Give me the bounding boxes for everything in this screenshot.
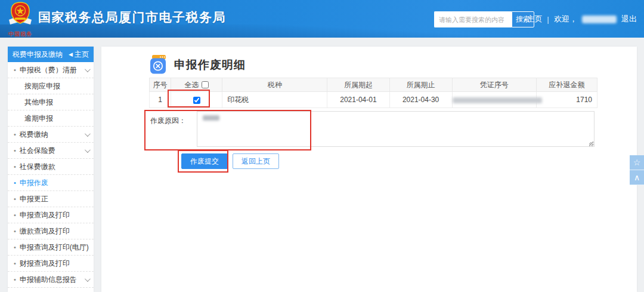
cancel-reason-row: 作废原因： (145, 111, 595, 148)
sidebar-title: 税费申报及缴纳 (13, 50, 63, 60)
col-voucher-no: 凭证序号 (452, 78, 536, 92)
sidebar-item-payment-query-print[interactable]: • 缴款查询及打印 (8, 223, 94, 239)
star-icon: ☆ (633, 158, 641, 167)
logout-link[interactable]: 退出 (621, 14, 637, 24)
home-link[interactable]: 主页 (527, 14, 543, 24)
site-title: 国家税务总局厦门市电子税务局 (38, 9, 226, 26)
floating-toolbar: ☆ ∧ (630, 155, 644, 185)
back-to-top-button[interactable]: ∧ (630, 170, 644, 185)
cell-period-end: 2021-04-30 (389, 92, 452, 108)
row-checkbox[interactable] (193, 97, 200, 104)
header-nav: 主页 | 欢迎， 退出 (527, 14, 637, 24)
cell-seq: 1 (150, 92, 171, 108)
chevron-up-icon: ∧ (634, 173, 640, 182)
sidebar-item-financial-report-query[interactable]: • 财报查询及打印 (8, 256, 94, 272)
bullet-icon: • (14, 276, 16, 283)
sidebar: 税费申报及缴纳 ◀ 主页 • 申报税（费）清册 按期应申报 其他申报 逾期申报 … (8, 47, 94, 292)
table-header-row: 序号 全选 税种 所属期起 所属期止 凭证序号 应补退金额 (150, 78, 597, 92)
tax-bureau-logo: 中国税务 (5, 2, 36, 38)
national-emblem-icon (7, 2, 34, 28)
bullet-icon: • (14, 196, 16, 202)
col-period-end: 所属期止 (389, 78, 452, 92)
header-search: 搜索 (434, 11, 534, 27)
cancel-reason-textarea[interactable] (197, 111, 595, 147)
logo-caption: 中国税务 (5, 30, 36, 38)
back-button[interactable]: 返回上页 (233, 153, 279, 169)
cell-tax-type: 印花税 (222, 92, 327, 108)
cancel-detail-table: 序号 全选 税种 所属期起 所属期止 凭证序号 应补退金额 1 印花税 20 (149, 78, 597, 108)
cancel-reason-label: 作废原因： (150, 116, 186, 126)
main-panel: 申报作废明细 序号 全选 税种 所属期起 所属期止 凭证序号 应补退金额 (101, 47, 637, 292)
chevron-down-icon (85, 131, 91, 137)
col-amount: 应补退金额 (536, 78, 597, 92)
cell-voucher-no (452, 92, 536, 108)
reason-text-redacted (203, 115, 219, 121)
sidebar-item-periodic-declare[interactable]: 按期应申报 (8, 78, 94, 94)
bullet-icon: • (14, 164, 16, 170)
username-redacted (582, 16, 617, 23)
welcome-label: 欢迎， (554, 14, 577, 24)
favorite-star-button[interactable]: ☆ (630, 155, 644, 170)
page-title-row: 申报作废明细 (150, 55, 246, 75)
chevron-down-icon (85, 147, 91, 153)
sidebar-item-social-payment[interactable]: • 社保费缴款 (8, 159, 94, 175)
sidebar-item-overdue-declare[interactable]: 逾期申报 (8, 110, 94, 127)
table-row: 1 印花税 2021-04-01 2021-04-30 1710 (150, 92, 597, 108)
search-input[interactable] (434, 11, 512, 27)
sidebar-header: 税费申报及缴纳 ◀ 主页 (8, 47, 94, 62)
sidebar-home-link[interactable]: ◀ 主页 (69, 50, 89, 60)
bullet-icon: • (14, 147, 16, 154)
bullet-icon: • (14, 131, 16, 138)
bullet-icon: • (14, 180, 16, 186)
voucher-redacted (453, 97, 542, 103)
bullet-icon: • (14, 260, 16, 267)
cancel-submit-button[interactable]: 作废提交 (181, 153, 228, 169)
back-arrow-icon: ◀ (69, 51, 73, 57)
select-all-checkbox[interactable] (202, 81, 209, 88)
sidebar-item-declare-list[interactable]: • 申报税（费）清册 (8, 62, 94, 78)
bullet-icon: • (14, 212, 16, 219)
bullet-icon: • (14, 244, 16, 251)
sidebar-item-other-declare[interactable]: 其他申报 (8, 94, 94, 110)
bullet-icon: • (14, 67, 16, 73)
page-title: 申报作废明细 (174, 57, 246, 73)
sidebar-item-social-insurance[interactable]: • 社会保险费 (8, 143, 94, 159)
cell-period-start: 2021-04-01 (327, 92, 389, 108)
sidebar-item-declare-correct[interactable]: • 申报更正 (8, 191, 94, 207)
sidebar-item-declare-cancel[interactable]: • 申报作废 (8, 175, 94, 191)
cell-select (171, 92, 222, 108)
sidebar-item-declare-query-print[interactable]: • 申报查询及打印 (8, 207, 94, 223)
sidebar-item-declare-query-print-hall[interactable]: • 申报查询及打印(电厅) (8, 239, 94, 256)
sidebar-item-tax-payment[interactable]: • 税费缴纳 (8, 127, 94, 143)
col-tax-type: 税种 (222, 78, 327, 92)
chevron-down-icon (85, 276, 91, 282)
cell-amount: 1710 (536, 92, 597, 108)
col-seq: 序号 (150, 78, 171, 92)
app-header: 中国税务 国家税务总局厦门市电子税务局 搜索 主页 | 欢迎， 退出 (0, 0, 644, 38)
nav-separator: | (547, 15, 549, 24)
cancel-window-icon (150, 55, 167, 75)
col-select-all: 全选 (171, 78, 222, 92)
bullet-icon: • (14, 228, 16, 235)
sidebar-item-aux-info-report[interactable]: • 申报辅助信息报告 (8, 272, 94, 288)
chevron-down-icon (85, 66, 91, 72)
col-period-start: 所属期起 (327, 78, 389, 92)
